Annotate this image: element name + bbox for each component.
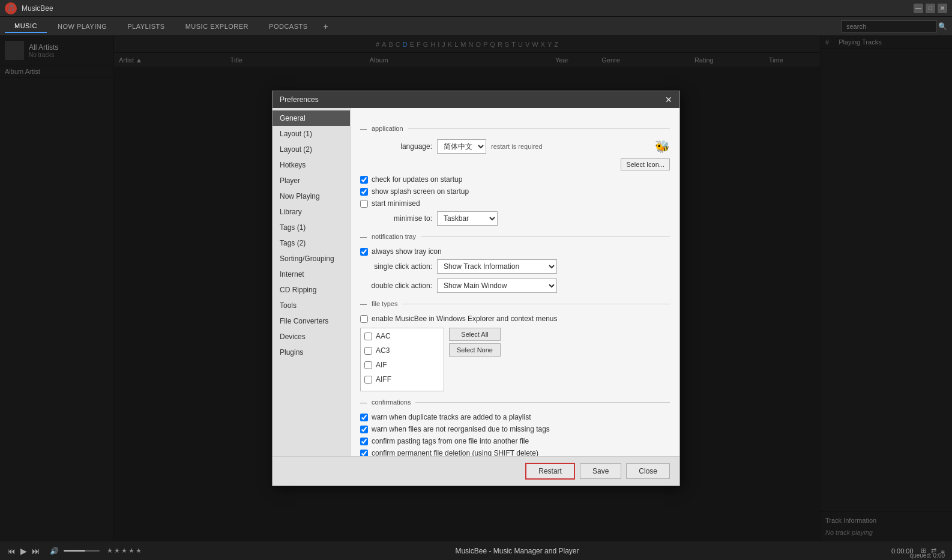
- double-click-select[interactable]: Show Main Window Show Track Information …: [437, 278, 557, 293]
- pref-item-file-converters[interactable]: File Converters: [273, 313, 350, 329]
- pref-item-sorting[interactable]: Sorting/Grouping: [273, 251, 350, 266]
- conf-perm-delete: confirm permanent file deletion (using S…: [360, 449, 670, 456]
- start-minimised-label: start minimised: [372, 199, 420, 208]
- queued-label: queued: 0:00: [910, 552, 945, 559]
- preferences-sidebar: General Layout (1) Layout (2) Hotkeys Pl…: [273, 108, 351, 456]
- aif-checkbox[interactable]: [364, 361, 372, 369]
- pref-item-library[interactable]: Library: [273, 204, 350, 220]
- pref-item-general[interactable]: General: [273, 110, 350, 126]
- preferences-footer: Restart Save Close: [273, 456, 679, 486]
- single-click-label: single click action:: [360, 262, 432, 271]
- restart-button[interactable]: Restart: [525, 463, 575, 480]
- pref-item-devices[interactable]: Devices: [273, 329, 350, 345]
- show-splash-checkbox[interactable]: [360, 188, 368, 196]
- pref-item-cd-ripping[interactable]: CD Ripping: [273, 282, 350, 298]
- check-updates-label: check for updates on startup: [372, 175, 462, 184]
- preferences-title: Preferences: [280, 95, 319, 104]
- tab-playlists[interactable]: PLAYLISTS: [118, 20, 174, 32]
- section-divider: [408, 128, 670, 129]
- pref-item-player[interactable]: Player: [273, 173, 350, 188]
- check-updates-checkbox[interactable]: [360, 176, 368, 184]
- pref-item-now-playing[interactable]: Now Playing: [273, 188, 350, 204]
- start-minimised-row: start minimised: [360, 199, 670, 208]
- language-select[interactable]: 简体中文: [437, 139, 486, 154]
- notification-tray-section: notification tray always show tray icon …: [360, 233, 670, 293]
- maximize-button[interactable]: □: [926, 4, 935, 13]
- preferences-close-button[interactable]: ✕: [665, 95, 672, 104]
- double-click-label: double click action:: [360, 282, 432, 290]
- pref-item-tags1[interactable]: Tags (1): [273, 220, 350, 235]
- preferences-dialog: Preferences ✕ General Layout (1) Layout …: [272, 91, 680, 486]
- pref-item-tools[interactable]: Tools: [273, 298, 350, 313]
- section-divider3: [402, 304, 670, 304]
- always-show-tray-checkbox[interactable]: [360, 248, 368, 256]
- start-minimised-checkbox[interactable]: [360, 200, 368, 208]
- aac-checkbox[interactable]: [364, 333, 372, 340]
- single-click-row: single click action: Show Track Informat…: [360, 259, 670, 274]
- double-click-row: double click action: Show Main Window Sh…: [360, 278, 670, 293]
- conf-dup-tracks: warn when duplicate tracks are added to …: [360, 413, 670, 421]
- play-button[interactable]: ▶: [20, 546, 27, 556]
- tab-music[interactable]: MUSIC: [5, 20, 47, 33]
- star-rating[interactable]: ★★★★★: [107, 547, 143, 555]
- minimize-button[interactable]: —: [914, 4, 923, 13]
- ac3-checkbox[interactable]: [364, 347, 372, 355]
- navbar: MUSIC NOW PLAYING PLAYLISTS MUSIC EXPLOR…: [0, 17, 952, 36]
- select-none-button[interactable]: Select None: [449, 343, 501, 357]
- file-types-buttons: Select All Select None: [449, 328, 501, 357]
- app-title: MusicBee: [22, 4, 914, 13]
- enable-explorer-checkbox[interactable]: [360, 315, 368, 323]
- pref-item-internet[interactable]: Internet: [273, 266, 350, 282]
- always-show-tray-row: always show tray icon: [360, 247, 670, 256]
- pref-item-plugins[interactable]: Plugins: [273, 345, 350, 360]
- close-button[interactable]: ✕: [938, 4, 947, 13]
- next-button[interactable]: ⏭: [32, 546, 40, 556]
- pref-item-layout1[interactable]: Layout (1): [273, 126, 350, 142]
- volume-slider[interactable]: [64, 550, 100, 552]
- pref-item-hotkeys[interactable]: Hotkeys: [273, 157, 350, 173]
- pref-item-tags2[interactable]: Tags (2): [273, 235, 350, 251]
- file-type-ac3: AC3: [364, 346, 440, 355]
- enable-explorer-row: enable MusicBee in Windows Explorer and …: [360, 315, 670, 323]
- volume-fill: [64, 550, 85, 552]
- minimise-to-row: minimise to: Taskbar System Tray: [360, 211, 670, 226]
- pref-item-layout2[interactable]: Layout (2): [273, 142, 350, 157]
- tab-music-explorer[interactable]: MUSIC EXPLORER: [176, 20, 258, 32]
- application-header: application: [360, 125, 670, 132]
- language-row: language: 简体中文 restart is required 🐝: [360, 139, 670, 154]
- player-status: MusicBee - Music Manager and Player: [150, 547, 884, 555]
- confirmations-header: confirmations: [360, 399, 670, 406]
- file-type-aiff: AIFF: [364, 375, 440, 384]
- window-controls: — □ ✕: [914, 4, 947, 13]
- restart-label: restart is required: [491, 143, 543, 150]
- search-input[interactable]: [841, 20, 937, 32]
- conf-dup-checkbox[interactable]: [360, 414, 368, 421]
- select-all-button[interactable]: Select All: [449, 328, 501, 341]
- prev-button[interactable]: ⏮: [7, 546, 16, 556]
- conf-paste-tags-checkbox[interactable]: [360, 438, 368, 445]
- always-show-tray-label: always show tray icon: [372, 247, 442, 256]
- conf-missing-tags: warn when files are not reorganised due …: [360, 425, 670, 433]
- single-click-select[interactable]: Show Track Information Show Main Window …: [437, 259, 557, 274]
- app-logo: 🎵: [5, 2, 17, 14]
- show-splash-label: show splash screen on startup: [372, 187, 469, 196]
- enable-explorer-label: enable MusicBee in Windows Explorer and …: [372, 315, 558, 323]
- tab-now-playing[interactable]: NOW PLAYING: [48, 20, 116, 32]
- file-types-list: AAC AC3 AIF: [360, 328, 444, 391]
- application-section: application language: 简体中文 restart is re…: [360, 125, 670, 226]
- select-icon-button[interactable]: Select Icon...: [621, 158, 670, 170]
- notification-tray-header: notification tray: [360, 233, 670, 240]
- main-layout: All Artists No tracks Album Artist # A B…: [0, 36, 952, 541]
- minimise-to-select[interactable]: Taskbar System Tray: [437, 211, 498, 226]
- conf-perm-delete-checkbox[interactable]: [360, 450, 368, 457]
- preferences-main-content: application language: 简体中文 restart is re…: [351, 108, 679, 456]
- volume-icon: 🔊: [50, 547, 59, 555]
- tab-podcasts[interactable]: PODCASTS: [259, 20, 318, 32]
- aiff-checkbox[interactable]: [364, 376, 372, 384]
- confirmations-section: confirmations warn when duplicate tracks…: [360, 399, 670, 456]
- conf-missing-tags-checkbox[interactable]: [360, 426, 368, 433]
- save-button[interactable]: Save: [580, 463, 621, 479]
- preferences-titlebar: Preferences ✕: [273, 91, 679, 108]
- add-tab-button[interactable]: +: [319, 19, 333, 34]
- close-preferences-button[interactable]: Close: [626, 463, 670, 479]
